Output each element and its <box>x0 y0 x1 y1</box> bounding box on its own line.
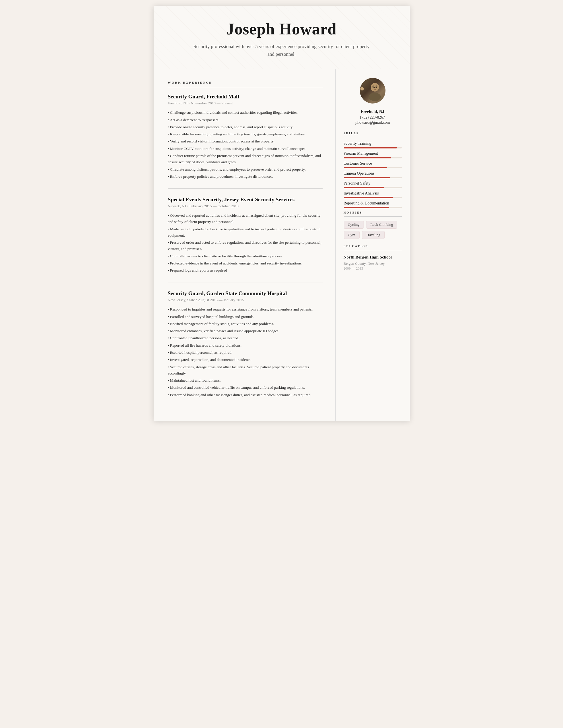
contact-info: Freehold, NJ (732) 223-8267 j.howard@gma… <box>344 109 402 125</box>
education-label: EDUCATION <box>344 245 402 248</box>
skill-bar-bg <box>344 147 402 148</box>
bullet: • Protected evidence in the event of acc… <box>168 260 323 266</box>
main-content: WORK EXPERIENCE Security Guard, Freehold… <box>154 69 336 421</box>
hobby-tags: CyclingRock ClimbingGymTraveling <box>344 221 402 239</box>
svg-point-2 <box>371 83 379 92</box>
skill-bar-fill <box>344 147 397 148</box>
skill-bar-bg <box>344 187 402 188</box>
job-1-title: Security Guard, Freehold Mall <box>168 94 323 100</box>
skills-label: SKILLS <box>344 132 402 135</box>
skills-divider <box>344 137 402 137</box>
skill-name: Camera Operations <box>344 171 402 176</box>
bullet: • Performed banking and other messenger … <box>168 392 323 398</box>
bullet: • Patrolled and surveyed hospital buildi… <box>168 314 323 320</box>
skill-bar-bg <box>344 197 402 198</box>
skill-item: Reporting & Documentation <box>344 201 402 208</box>
bullet: • Monitored and controlled vehicular tra… <box>168 384 323 391</box>
skill-item: Investigative Analysis <box>344 191 402 198</box>
bullet: • Made periodic patrols to check for irr… <box>168 226 323 239</box>
education-section: EDUCATION North Bergen High School Berge… <box>344 245 402 271</box>
hobby-tag: Rock Climbing <box>366 221 398 229</box>
job-1: Security Guard, Freehold Mall Freehold, … <box>168 94 323 180</box>
work-experience-section-title: WORK EXPERIENCE <box>168 81 323 84</box>
bullet: • Preserved order and acted to enforce r… <box>168 239 323 252</box>
bullet: • Verify and record visitor information;… <box>168 138 323 144</box>
svg-point-1 <box>369 93 381 101</box>
bullet: • Maintained lost and found items. <box>168 377 323 384</box>
skill-bar-bg <box>344 157 402 158</box>
avatar-image <box>360 78 386 104</box>
education-list: North Bergen High School Bergen County, … <box>344 254 402 271</box>
job-3-meta: New Jersey, State • August 2013 — Januar… <box>168 298 323 302</box>
job-divider-2 <box>168 282 323 282</box>
bullet: • Circulate among visitors, patrons, and… <box>168 166 323 173</box>
skill-name: Personnel Safety <box>344 181 402 186</box>
skill-name: Reporting & Documentation <box>344 201 402 206</box>
work-divider <box>168 87 323 87</box>
job-2-title: Special Events Security, Jersey Event Se… <box>168 197 323 203</box>
job-divider-1 <box>168 188 323 189</box>
contact-email: j.howard@gmail.com <box>344 120 402 125</box>
skill-name: Customer Service <box>344 161 402 166</box>
skill-bar-bg <box>344 177 402 178</box>
svg-point-5 <box>374 87 375 88</box>
skill-item: Customer Service <box>344 161 402 168</box>
job-3-bullets: • Responded to inquiries and requests fo… <box>168 306 323 398</box>
job-2-meta: Newark, NJ • February 2015 — October 201… <box>168 204 323 208</box>
hobbies-label: HOBBIES <box>344 211 402 214</box>
bullet: • Enforce property policies and procedur… <box>168 173 323 180</box>
skill-bar-fill <box>344 167 387 168</box>
skills-list: Security Training Firearm Management Cus… <box>344 141 402 208</box>
avatar-svg <box>365 78 385 104</box>
skill-item: Personnel Safety <box>344 181 402 188</box>
contact-location: Freehold, NJ <box>344 109 402 114</box>
avatar <box>360 78 386 104</box>
skill-bar-fill <box>344 157 391 158</box>
bullet: • Prepared logs and reports as required <box>168 267 323 274</box>
education-item: North Bergen High School Bergen County, … <box>344 254 402 271</box>
bullet: • Escorted hospital personnel, as requir… <box>168 349 323 356</box>
job-2: Special Events Security, Jersey Event Se… <box>168 197 323 274</box>
skill-item: Camera Operations <box>344 171 402 178</box>
contact-phone: (732) 223-8267 <box>344 115 402 120</box>
education-divider <box>344 250 402 250</box>
skill-item: Security Training <box>344 141 402 148</box>
bullet: • Controlled access to client site or fa… <box>168 253 323 259</box>
candidate-subtitle: Security professional with over 5 years … <box>193 43 370 58</box>
sidebar: Freehold, NJ (732) 223-8267 j.howard@gma… <box>336 69 410 421</box>
bullet: • Act as a deterrent to trespassers. <box>168 117 323 123</box>
skill-bar-fill <box>344 207 389 208</box>
job-1-bullets: • Challenge suspicious individuals and c… <box>168 109 323 180</box>
hobbies-section: HOBBIES CyclingRock ClimbingGymTraveling <box>344 211 402 239</box>
candidate-name: Joseph Howard <box>171 20 393 38</box>
skill-item: Firearm Management <box>344 151 402 158</box>
skills-section: SKILLS Security Training Firearm Managem… <box>344 132 402 208</box>
bullet: • Responded to inquiries and requests fo… <box>168 306 323 313</box>
bullet: • Provide onsite security presence to de… <box>168 124 323 130</box>
skill-name: Investigative Analysis <box>344 191 402 196</box>
job-3-title: Security Guard, Garden State Community H… <box>168 290 323 297</box>
bullet: • Confronted unauthorized persons, as ne… <box>168 335 323 341</box>
bullet: • Challenge suspicious individuals and c… <box>168 109 323 116</box>
job-2-bullets: • Observed and reported activities and i… <box>168 212 323 274</box>
bullet: • Monitor CCTV monitors for suspicious a… <box>168 146 323 152</box>
edu-years: 2009 — 2013 <box>344 266 402 271</box>
job-3: Security Guard, Garden State Community H… <box>168 290 323 398</box>
skill-name: Firearm Management <box>344 151 402 156</box>
skill-name: Security Training <box>344 141 402 146</box>
svg-point-6 <box>376 87 377 88</box>
hobby-tag: Cycling <box>344 221 364 229</box>
edu-location: Bergen County, New Jersey <box>344 261 402 266</box>
bullet: • Responsible for meeting, greeting and … <box>168 131 323 137</box>
header: Joseph Howard Security professional with… <box>154 6 410 69</box>
avatar-container <box>344 78 402 104</box>
bullet: • Investigated, reported on, and documen… <box>168 357 323 363</box>
hobby-tag: Traveling <box>362 231 385 239</box>
job-1-meta: Freehold, NJ • November 2018 — Present <box>168 101 323 106</box>
body-layout: WORK EXPERIENCE Security Guard, Freehold… <box>154 69 410 421</box>
bullet: • Monitored entrances, verified passes a… <box>168 328 323 334</box>
bullet: • Conduct routine patrols of the premise… <box>168 153 323 166</box>
skill-bar-bg <box>344 207 402 208</box>
skill-bar-fill <box>344 187 384 188</box>
bullet: • Notified management of facility status… <box>168 321 323 327</box>
